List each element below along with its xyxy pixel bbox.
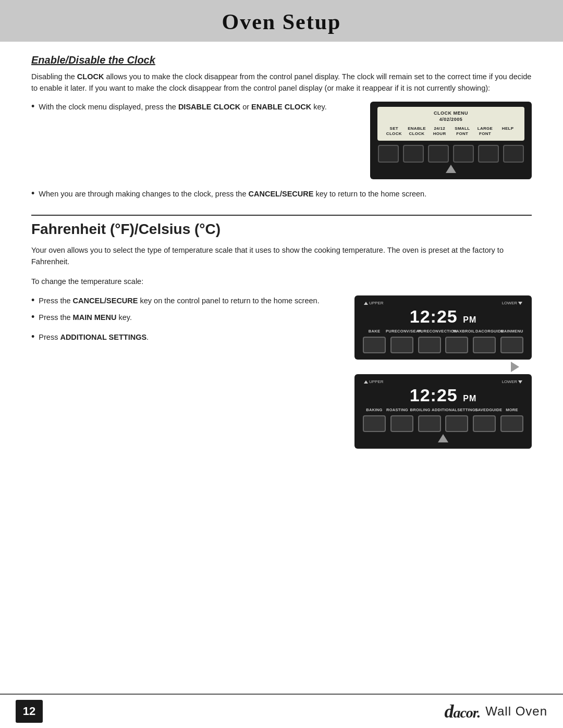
oven-time-1: 12:25 PM [362, 306, 524, 327]
arrow-up-icon [446, 165, 456, 173]
clock-key-large: LARGEFONT [475, 126, 494, 137]
oven-btn-2-5[interactable] [473, 415, 496, 432]
clock-key-24: 24/12HOUR [430, 126, 449, 137]
section1-bullet2: • When you are through making changes to… [31, 189, 532, 200]
clock-display-inner: CLOCK MENU 4/02/2005 SETCLOCK ENABLECLOC… [377, 107, 524, 141]
page-number: 12 [16, 700, 43, 723]
clock-menu-title: CLOCK MENU 4/02/2005 [383, 110, 519, 123]
triangle-up-icon-2 [364, 380, 368, 384]
section1-heading: Enable/Disable the Clock [31, 54, 532, 66]
lower-label-1: LOWER [502, 301, 522, 305]
section2-paragraph: Your oven allows you to select the type … [31, 245, 532, 268]
bullet2-text: When you are through making changes to t… [39, 189, 426, 200]
arrow-right-indicator [511, 362, 532, 372]
oven-buttons-row-1 [362, 337, 524, 353]
clock-buttons-row [377, 145, 524, 163]
oven-keys-2: BAKING ROASTING BROILING ADDITIONALSETTI… [362, 408, 524, 413]
arrow-right-icon [511, 362, 519, 372]
fahrenheit-bullet1: • Press the CANCEL/SECURE key on the con… [31, 295, 342, 307]
oven-btn-1-5[interactable] [473, 337, 496, 353]
oven-btn-1-2[interactable] [390, 337, 413, 353]
section1-paragraph: Disabling the CLOCK allows you to make t… [31, 71, 532, 94]
oven-key-main-menu: MAINMENU [500, 329, 523, 334]
triangle-up-icon-1 [364, 302, 368, 305]
oven-btn-2-2[interactable] [390, 415, 413, 432]
additional-arrow-indicator [362, 434, 524, 442]
oven-buttons-row-2 [362, 415, 524, 432]
fahrenheit-bullet2-text: Press the MAIN MENU key. [39, 312, 132, 324]
oven-btn-1-6[interactable] [500, 337, 523, 353]
clock-arrow-indicator [377, 165, 524, 173]
oven-btn-1-4[interactable] [445, 337, 468, 353]
oven-btn-2-3[interactable] [418, 415, 441, 432]
clock-btn-3[interactable] [428, 145, 449, 163]
clock-menu-keys: SETCLOCK ENABLECLOCK 24/12HOUR SMALLFONT… [383, 126, 519, 137]
oven-display-2: UPPER LOWER 12:25 PM BAKING ROASTING BRO [354, 374, 532, 449]
oven-key2-saved: SAVEDGUIDE [475, 408, 500, 413]
triangle-down-icon-1 [518, 302, 522, 305]
footer-brand: dacor. Wall Oven [444, 700, 547, 722]
oven-key2-baking: BAKING [363, 408, 386, 413]
fahrenheit-bullet3: • Press ADDITIONAL SETTINGS. [31, 332, 342, 343]
lower-label-2: LOWER [502, 379, 522, 384]
clock-btn-1[interactable] [378, 145, 399, 163]
oven-btn-1-3[interactable] [418, 337, 441, 353]
oven-btn-2-6[interactable] [500, 415, 523, 432]
oven-key2-more: MORE [500, 408, 523, 413]
bullet-dot-f2: • [31, 311, 34, 323]
bullet-dot-1: • [31, 101, 34, 113]
oven-btn-2-1[interactable] [363, 415, 386, 432]
page-footer: 12 dacor. Wall Oven [0, 694, 563, 728]
fahrenheit-bullet2: • Press the MAIN MENU key. [31, 312, 342, 324]
fahrenheit-bullets: • Press the CANCEL/SECURE key on the con… [31, 295, 342, 348]
clock-key-set: SETCLOCK [385, 126, 403, 137]
bullet1-text: With the clock menu displayed, press the… [39, 102, 327, 113]
section2-heading: Fahrenheit (°F)/Celsius (°C) [31, 221, 532, 238]
oven-key-bake: BAKE [363, 329, 386, 334]
upper-label-2: UPPER [364, 379, 384, 384]
oven-key-broil: MAXBROIL [452, 329, 475, 334]
triangle-down-icon-2 [518, 380, 522, 384]
oven-keys-1: BAKE PURECONV/SEAR PURECONVECTION MAXBRO… [362, 329, 524, 334]
main-content: Enable/Disable the Clock Disabling the C… [0, 42, 563, 459]
clock-key-help: HELP [498, 126, 517, 137]
fahrenheit-layout: • Press the CANCEL/SECURE key on the con… [31, 295, 532, 449]
clock-menu-display: CLOCK MENU 4/02/2005 SETCLOCK ENABLECLOC… [370, 102, 532, 180]
brand-product: Wall Oven [485, 704, 547, 719]
bullet-dot-f1: • [31, 294, 34, 306]
clock-key-enable: ENABLECLOCK [407, 126, 426, 137]
oven-key-conv-sear: PURECONV/SEAR [386, 329, 418, 334]
oven-key2-roasting: ROASTING [386, 408, 409, 413]
bullet2: • When you are through making changes to… [31, 189, 532, 200]
bullet-dot-2: • [31, 188, 34, 200]
clock-btn-6[interactable] [503, 145, 524, 163]
clock-btn-4[interactable] [453, 145, 474, 163]
oven-key2-broiling: BROILING [409, 408, 432, 413]
oven-key-guide: DACORGUIDE [475, 329, 500, 334]
arrow-up-icon-2 [438, 434, 448, 442]
section1-col-layout: • With the clock menu displayed, press t… [31, 102, 532, 180]
oven-top-row-2: UPPER LOWER [362, 379, 524, 384]
section2-sub-label: To change the temperature scale: [31, 276, 532, 288]
oven-top-row-1: UPPER LOWER [362, 301, 524, 305]
section1-bullets-left: • With the clock menu displayed, press t… [31, 102, 360, 118]
section-fahrenheit: Fahrenheit (°F)/Celsius (°C) Your oven a… [31, 215, 532, 449]
oven-btn-2-4[interactable] [445, 415, 468, 432]
brand-logo: dacor. [444, 700, 480, 722]
additional-bullets: • Press ADDITIONAL SETTINGS. [31, 332, 342, 343]
clock-btn-2[interactable] [403, 145, 424, 163]
oven-key2-additional: ADDITIONALSETTINGS [432, 408, 475, 413]
oven-key-convection: PURECONVECTION [418, 329, 452, 334]
clock-btn-5[interactable] [478, 145, 499, 163]
section1-clock-display: CLOCK MENU 4/02/2005 SETCLOCK ENABLECLOC… [370, 102, 532, 180]
page-title: Oven Setup [0, 9, 563, 34]
oven-btn-1-1[interactable] [363, 337, 386, 353]
oven-time-2: 12:25 PM [362, 385, 524, 405]
page-header: Oven Setup [0, 0, 563, 42]
clock-key-small: SMALLFONT [453, 126, 472, 137]
bullet1: • With the clock menu displayed, press t… [31, 102, 360, 113]
upper-label-1: UPPER [364, 301, 384, 305]
oven-display-1: UPPER LOWER 12:25 PM BAKE PURECONV/SEAR [354, 295, 532, 360]
fahrenheit-bullet1-text: Press the CANCEL/SECURE key on the contr… [39, 295, 319, 307]
section-enable-clock: Enable/Disable the Clock Disabling the C… [31, 54, 532, 200]
